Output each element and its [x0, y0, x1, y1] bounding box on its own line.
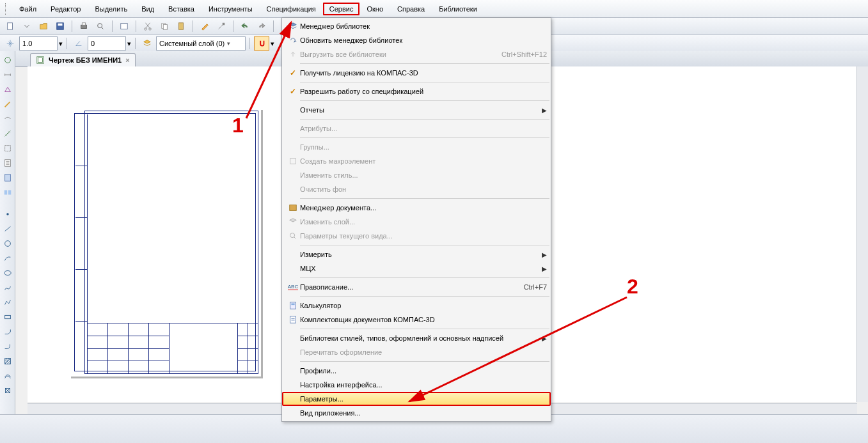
snap-dropdown-icon[interactable]: ▾ [271, 40, 274, 48]
menu-editor[interactable]: Редактор [43, 2, 88, 16]
autoobj-tool-button[interactable] [1, 384, 15, 398]
submenu-arrow-icon: ▶ [539, 251, 547, 258]
menu-item-label: Перечитать оформление [300, 348, 547, 356]
tab-close-icon[interactable]: × [125, 56, 129, 64]
line-tool-button[interactable] [1, 222, 15, 236]
select-panel-button[interactable] [1, 141, 15, 155]
paste-button[interactable] [173, 19, 189, 34]
menu-item-менеджер-библиотек[interactable]: Менеджер библиотек [282, 19, 551, 33]
menu-file[interactable]: Файл [12, 2, 43, 16]
menu-item-label: Очистить фон [300, 185, 547, 193]
new-doc-dropdown[interactable] [19, 19, 35, 34]
menu-item-изменить-слой: Изменить слой... [282, 215, 551, 229]
menu-item-профили[interactable]: Профили... [282, 364, 551, 378]
svg-rect-25 [8, 190, 10, 195]
drawing-icon [36, 56, 45, 65]
menu-item-получить-лицензию-на-компас-3d[interactable]: ✓Получить лицензию на КОМПАС-3D [282, 66, 551, 80]
menu-item-атрибуты: Атрибуты... [282, 121, 551, 136]
svg-rect-10 [163, 24, 167, 29]
menu-item-label: Выгрузить все библиотеки [300, 51, 501, 58]
geometry-panel-button[interactable] [1, 53, 15, 67]
dimensions-panel-button[interactable] [1, 68, 15, 82]
angle-toggle-button[interactable] [71, 36, 86, 51]
submenu-arrow-icon: ▶ [539, 265, 547, 272]
step-value-input[interactable]: 1.0 [19, 36, 58, 51]
open-button[interactable] [36, 19, 51, 34]
equidist-tool-button[interactable] [1, 369, 15, 383]
menu-item-мцх[interactable]: МЦХ▶ [282, 261, 551, 276]
menu-item-правописание[interactable]: ABCПравописание...Ctrl+F7 [282, 280, 551, 294]
svg-rect-37 [290, 316, 296, 323]
new-doc-button[interactable] [3, 19, 18, 34]
step-toggle-button[interactable] [3, 36, 18, 51]
reports-panel-button[interactable] [1, 171, 15, 185]
menu-item-калькулятор[interactable]: Калькулятор [282, 299, 551, 313]
print-preview-button[interactable] [93, 19, 108, 34]
save-button[interactable] [52, 19, 68, 34]
menu-item-параметры[interactable]: Параметры... [282, 392, 551, 406]
preview-button[interactable] [116, 19, 132, 34]
views-panel-button[interactable] [1, 185, 15, 199]
menu-insert[interactable]: Вставка [161, 2, 201, 16]
menu-item-label: Получить лицензию на КОМПАС-3D [300, 69, 547, 77]
menu-item-обновить-менеджер-библиотек[interactable]: Обновить менеджер библиотек [282, 33, 551, 47]
menu-item-label: Обновить менеджер библиотек [300, 36, 547, 44]
hatch-tool-button[interactable] [1, 354, 15, 368]
designations-panel-button[interactable] [1, 82, 15, 97]
menu-item-менеджер-документа[interactable]: Менеджер документа... [282, 201, 551, 215]
ellipse-tool-button[interactable] [1, 266, 15, 280]
copy-button[interactable] [157, 19, 172, 34]
print-button[interactable] [76, 19, 91, 34]
layers-button[interactable] [139, 36, 155, 51]
layer-combo[interactable]: Системный слой (0)▾ [156, 36, 246, 51]
copy-props-button[interactable] [214, 19, 229, 34]
circle-tool-button[interactable] [1, 237, 15, 251]
menu-item-создать-макроэлемент: Создать макроэлемент [282, 154, 551, 168]
menu-tools[interactable]: Инструменты [201, 2, 260, 16]
menu-item-комплектовщик-документов-компас-3d[interactable]: Комплектовщик документов КОМПАС-3D [282, 313, 551, 327]
properties-button[interactable] [197, 19, 212, 34]
menu-item-shortcut: Ctrl+Shift+F12 [501, 51, 547, 58]
angle-value-input[interactable]: 0 [88, 36, 126, 51]
cut-button[interactable] [140, 19, 155, 34]
service-menu-dropdown: Менеджер библиотекОбновить менеджер библ… [281, 17, 551, 422]
step-dropdown-icon[interactable]: ▾ [59, 40, 63, 48]
undo-button[interactable] [237, 19, 253, 34]
chamfer-tool-button[interactable] [1, 325, 15, 339]
menu-item-измерить[interactable]: Измерить▶ [282, 247, 551, 261]
menu-select[interactable]: Выделить [88, 2, 134, 16]
point-tool-button[interactable] [1, 207, 15, 221]
menu-service[interactable]: Сервис [323, 3, 360, 15]
redo-button[interactable] [254, 19, 269, 34]
menu-item-отчеты[interactable]: Отчеты▶ [282, 103, 551, 117]
menu-item-вид-приложения[interactable]: Вид приложения... [282, 406, 551, 420]
measure-panel-button[interactable] [1, 127, 15, 141]
angle-dropdown-icon[interactable]: ▾ [127, 40, 131, 48]
polyline-tool-button[interactable] [1, 295, 15, 309]
spec-panel-button[interactable] [1, 156, 15, 170]
vertical-scrollbar[interactable] [856, 66, 868, 402]
arc-tool-button[interactable] [1, 251, 15, 265]
compact-tool-panel [0, 51, 15, 443]
menu-item-label: Создать макроэлемент [300, 157, 547, 165]
spline-tool-button[interactable] [1, 281, 15, 295]
menu-help[interactable]: Справка [390, 2, 432, 16]
document-tab[interactable]: Чертеж БЕЗ ИМЕНИ1 × [30, 53, 136, 66]
fillet-tool-button[interactable] [1, 339, 15, 354]
menu-item-параметры-текущего-вида: Параметры текущего вида... [282, 229, 551, 243]
menu-item-библиотеки-стилей-типов-оформлений-и-основных-надписей[interactable]: Библиотеки стилей, типов, оформлений и о… [282, 331, 551, 345]
menu-item-настройка-интерфейса[interactable]: Настройка интерфейса... [282, 378, 551, 392]
menu-view[interactable]: Вид [134, 2, 161, 16]
menu-item-перечитать-оформление: Перечитать оформление [282, 345, 551, 359]
menu-item-label: Изменить слой... [300, 218, 547, 226]
svg-rect-29 [4, 315, 10, 318]
edit-panel-button[interactable] [1, 97, 15, 111]
snap-toggle-button[interactable] [254, 36, 269, 51]
rect-tool-button[interactable] [1, 310, 15, 324]
param-panel-button[interactable] [1, 112, 15, 126]
svg-point-26 [6, 213, 9, 215]
menu-window[interactable]: Окно [359, 2, 390, 16]
menu-specification[interactable]: Спецификация [260, 2, 323, 16]
menu-item-разрешить-работу-со-спецификацией[interactable]: ✓Разрешить работу со спецификацией [282, 84, 551, 98]
menu-libraries[interactable]: Библиотеки [432, 2, 484, 16]
